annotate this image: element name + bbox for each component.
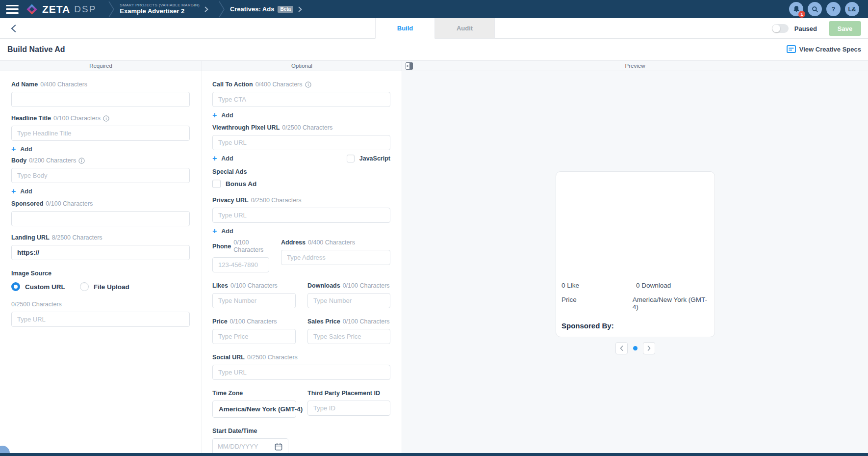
content-area: Ad Name 0/400 Characters Headline Title … [0, 71, 868, 453]
image-url-input[interactable] [11, 312, 190, 327]
add-body-button[interactable]: + Add [11, 188, 32, 195]
social-url-input[interactable] [212, 365, 390, 380]
radio-custom-url[interactable]: Custom URL [11, 282, 80, 291]
breadcrumb-section-label: Creatives: Ads [230, 5, 275, 13]
likes-input[interactable] [212, 293, 296, 308]
preview-likes: 0 Like [562, 282, 636, 289]
cta-input[interactable] [212, 92, 390, 107]
downloads-label: Downloads [307, 282, 340, 290]
viewthrough-input[interactable] [212, 135, 390, 150]
cta-group: Call To Action 0/400 Characters + Add [212, 81, 390, 119]
tab-build[interactable]: Build [375, 18, 435, 39]
section-chevron-icon[interactable] [298, 6, 302, 12]
advertiser-chevron-icon[interactable] [204, 6, 208, 12]
start-date-input[interactable] [213, 439, 269, 454]
back-button[interactable] [7, 22, 20, 35]
preview-card-body: 0 Like 0 Download Price America/New York… [562, 282, 709, 330]
headline-label: Headline Title [11, 115, 51, 122]
add-privacy-url-button[interactable]: + Add [212, 227, 233, 235]
breadcrumb-divider-icon [108, 1, 115, 18]
add-cta-button[interactable]: + Add [212, 111, 233, 119]
page-title: Build Native Ad [7, 45, 65, 54]
menu-icon[interactable] [6, 5, 19, 14]
optional-column: Call To Action 0/400 Characters + Add Vi… [202, 71, 402, 453]
sponsored-input[interactable] [11, 211, 190, 226]
body-input[interactable] [11, 168, 190, 183]
pager-dot-active[interactable] [633, 346, 638, 350]
phone-label: Phone [212, 243, 231, 250]
phone-input[interactable] [212, 257, 269, 272]
add-viewthrough-button[interactable]: + Add [212, 155, 233, 162]
downloads-group: Downloads 0/100 Characters [307, 282, 390, 308]
brand-dsp-text: DSP [74, 4, 96, 15]
brand-logo[interactable]: ZETA DSP [26, 3, 96, 16]
likes-counter: 0/100 Characters [230, 282, 278, 290]
preview-column-header: Preview [402, 61, 868, 71]
image-url-counter: 0/2500 Characters [11, 301, 62, 308]
headline-counter: 0/100 Characters [53, 115, 101, 122]
breadcrumb-divider-icon [218, 1, 225, 18]
radio-file-upload[interactable]: File Upload [80, 282, 129, 291]
notifications-button[interactable]: 1 [789, 2, 803, 16]
start-date-calendar-button[interactable] [269, 439, 288, 454]
navbar-right: 1 ? L& [789, 2, 868, 16]
checkbox-icon [347, 155, 355, 162]
viewthrough-label: Viewthrough Pixel URL [212, 124, 280, 132]
collapse-panel-icon[interactable] [406, 62, 413, 71]
save-button[interactable]: Save [829, 21, 861, 36]
landing-url-counter: 8/2500 Characters [52, 234, 102, 241]
bonus-ad-checkbox[interactable]: Bonus Ad [212, 180, 390, 188]
toggle-knob [772, 25, 780, 32]
sales-price-group: Sales Price 0/100 Characters [307, 318, 390, 344]
javascript-checkbox[interactable]: JavaScript [347, 155, 390, 162]
column-headers: Required Optional Preview [0, 60, 868, 71]
third-party-input[interactable] [307, 401, 390, 416]
special-ads-label: Special Ads [212, 168, 390, 176]
add-headline-button[interactable]: + Add [11, 145, 32, 153]
sales-price-counter: 0/100 Characters [343, 318, 390, 325]
calendar-icon [275, 443, 282, 451]
chevron-left-icon [620, 346, 623, 351]
pager-prev-button[interactable] [615, 342, 628, 354]
pager-next-button[interactable] [643, 342, 655, 354]
navbar-left: ZETA DSP SMART PROJECTS (VARIABLE MARGIN… [0, 0, 307, 18]
sales-price-label: Sales Price [307, 318, 340, 325]
downloads-input[interactable] [307, 293, 390, 308]
landing-url-input[interactable] [11, 245, 190, 260]
build-audit-tabs: Build Audit [375, 18, 495, 39]
zeta-diamond-icon [26, 3, 38, 16]
brand-zeta-text: ZETA [42, 3, 70, 15]
breadcrumb-section[interactable]: Creatives: Ads Beta [230, 5, 293, 13]
user-avatar[interactable]: L& [845, 2, 859, 16]
headline-input[interactable] [11, 126, 190, 141]
view-creative-specs-link[interactable]: View Creative Specs [787, 45, 861, 53]
paused-toggle[interactable] [772, 24, 789, 33]
landing-url-group: Landing URL 8/2500 Characters [11, 234, 190, 260]
user-initials: L& [848, 6, 856, 13]
search-button[interactable] [808, 2, 822, 16]
radio-unselected-icon [80, 282, 89, 291]
social-url-label: Social URL [212, 354, 245, 361]
help-button[interactable]: ? [826, 2, 841, 16]
view-creative-specs-label: View Creative Specs [799, 46, 861, 53]
ad-name-input[interactable] [11, 92, 190, 107]
sponsored-label: Sponsored [11, 200, 43, 208]
body-counter: 0/200 Characters [29, 157, 76, 164]
breadcrumb-advertiser[interactable]: SMART PROJECTS (VARIABLE MARGIN) Example… [120, 3, 200, 15]
info-icon [305, 81, 311, 88]
downloads-counter: 0/100 Characters [343, 282, 390, 290]
privacy-url-input[interactable] [212, 208, 390, 223]
viewthrough-group: Viewthrough Pixel URL 0/2500 Characters … [212, 124, 390, 162]
price-group: Price 0/100 Characters [212, 318, 296, 344]
timezone-select[interactable]: America/New York (GMT-4) [212, 401, 296, 418]
sales-price-input[interactable] [307, 329, 390, 344]
timezone-label: Time Zone [212, 390, 243, 397]
address-input[interactable] [281, 250, 390, 265]
privacy-url-label: Privacy URL [212, 197, 249, 204]
tab-audit[interactable]: Audit [435, 18, 495, 39]
sponsored-counter: 0/100 Characters [46, 200, 93, 208]
social-url-group: Social URL 0/2500 Characters [212, 354, 390, 380]
price-input[interactable] [212, 329, 296, 344]
plus-icon: + [11, 188, 16, 195]
plus-icon: + [212, 112, 217, 119]
